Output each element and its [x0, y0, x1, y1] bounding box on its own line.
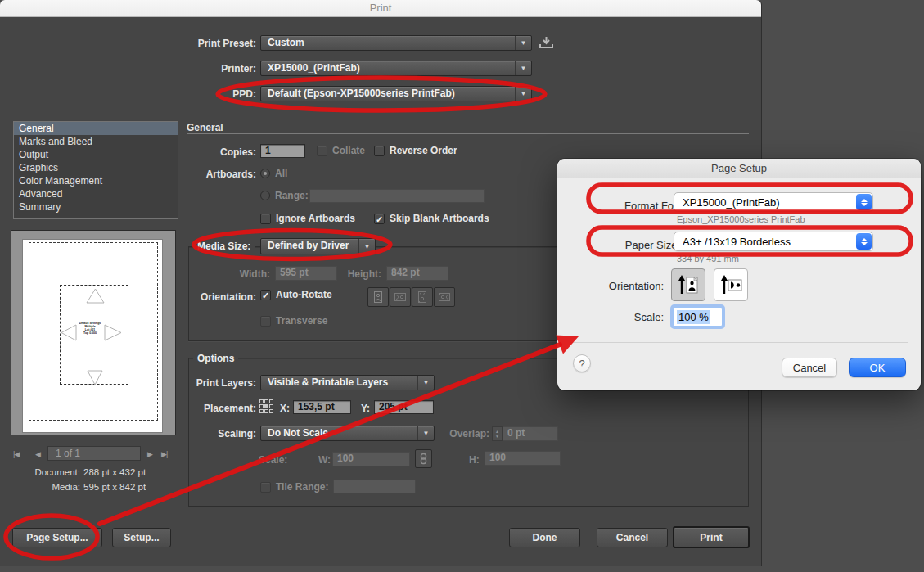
reverse-order-label: Reverse Order: [390, 145, 457, 156]
cancel-button[interactable]: Cancel: [597, 528, 668, 547]
sidebar-item-advanced[interactable]: Advanced: [14, 187, 178, 200]
chevron-down-icon: ▼: [515, 36, 531, 50]
range-label: Range:: [275, 190, 309, 201]
page-setup-titlebar[interactable]: Page Setup: [557, 159, 921, 178]
orientation-landscape-right-button: [434, 287, 455, 307]
auto-rotate-checkbox[interactable]: ✓ Auto-Rotate: [260, 289, 332, 300]
media-size-dropdown[interactable]: Defined by Driver ▼: [260, 238, 376, 254]
x-label: X:: [280, 403, 290, 414]
checkbox-icon[interactable]: [260, 214, 271, 224]
checkbox-icon: [260, 482, 271, 493]
paper-size-popup[interactable]: A3+ /13x19 Borderless: [674, 232, 873, 251]
print-layers-value: Visible & Printable Layers: [261, 376, 417, 390]
copies-input[interactable]: 1: [260, 144, 305, 158]
artboards-range-radio: Range:: [260, 190, 309, 201]
radio-icon: [260, 169, 270, 178]
done-button[interactable]: Done: [509, 528, 580, 547]
tile-range-checkbox: Tile Range:: [260, 481, 328, 493]
chevron-down-icon: ▼: [358, 239, 375, 254]
checkbox-icon: [317, 146, 327, 156]
skip-blank-artboards-checkbox[interactable]: ✓ Skip Blank Artboards: [374, 213, 489, 224]
artboards-label: Artboards:: [133, 169, 256, 180]
paper-size-label: Paper Size:: [577, 239, 680, 251]
scale-w-input: 100: [332, 452, 410, 466]
w-label: W:: [318, 454, 331, 466]
placement-reference-grid-icon[interactable]: [259, 399, 275, 415]
general-section-header: General: [187, 122, 223, 133]
ps-orientation-label: Orientation:: [577, 280, 664, 292]
document-value: 288 pt x 432 pt: [83, 467, 146, 477]
link-scale-icon: [415, 449, 432, 468]
checkbox-icon[interactable]: [374, 146, 385, 156]
scale-label: Scale:: [259, 454, 287, 466]
orientation-landscape-button[interactable]: [714, 268, 748, 301]
preview-center-label: Default Settings Multiple Lot #01 Top 0.…: [79, 322, 101, 335]
chevron-down-icon: ▼: [417, 376, 434, 390]
printer-label: Printer:: [82, 63, 256, 74]
ppd-dropdown[interactable]: Default (Epson-XP15000series PrintFab) ▼: [260, 86, 532, 101]
print-dialog-titlebar[interactable]: Print: [0, 0, 761, 17]
print-preset-dropdown[interactable]: Custom ▼: [260, 35, 532, 51]
scaling-dropdown[interactable]: Do Not Scale ▼: [260, 426, 435, 441]
page-setup-dialog: Page Setup Format For: XP15000_(PrintFab…: [557, 159, 921, 390]
pager-last-icon[interactable]: ▶|: [161, 450, 167, 458]
orientation-portrait-button[interactable]: [671, 268, 705, 301]
print-layers-dropdown[interactable]: Visible & Printable Layers ▼: [260, 375, 435, 390]
landscape-icon: [719, 273, 743, 296]
ps-scale-label: Scale:: [577, 311, 664, 323]
scale-h-input: 100: [485, 451, 561, 466]
save-preset-icon[interactable]: [539, 36, 554, 50]
pager-first-icon[interactable]: |◀: [13, 450, 19, 458]
ignore-artboards-label: Ignore Artboards: [276, 213, 355, 224]
options-legend: Options: [193, 353, 238, 364]
setup-button[interactable]: Setup...: [112, 528, 171, 547]
y-label: Y:: [361, 403, 370, 414]
checkbox-checked-icon[interactable]: ✓: [374, 214, 385, 224]
format-for-popup[interactable]: XP15000_(PrintFab): [674, 192, 873, 212]
collate-checkbox: Collate: [317, 145, 365, 156]
orientation-landscape-left-button: [390, 287, 411, 307]
overlap-input: 0 pt: [503, 426, 558, 441]
media-size-value: Defined by Driver: [261, 239, 358, 254]
height-input: 842 pt: [386, 266, 448, 281]
help-button[interactable]: ?: [573, 354, 591, 372]
pager-field[interactable]: 1 of 1: [47, 446, 141, 461]
screen: Print Print Preset: Custom ▼ Printer: XP…: [0, 0, 924, 572]
pager-next-icon[interactable]: ▶: [147, 450, 152, 458]
artboards-all-radio: All: [260, 168, 287, 179]
tile-range-input: [333, 480, 416, 493]
print-dialog-title: Print: [370, 2, 392, 14]
page-setup-button[interactable]: Page Setup...: [12, 528, 102, 547]
tile-range-label: Tile Range:: [276, 481, 328, 493]
checkbox-icon: [260, 316, 271, 327]
ppd-value: Default (Epson-XP15000series PrintFab): [261, 87, 515, 101]
reverse-order-checkbox[interactable]: Reverse Order: [374, 145, 457, 156]
range-input: [309, 189, 485, 203]
ignore-artboards-checkbox[interactable]: Ignore Artboards: [260, 213, 355, 224]
media-label: Media:: [16, 482, 80, 492]
ps-ok-button[interactable]: OK: [849, 358, 906, 377]
preview-direction-arrows: [23, 240, 162, 432]
x-input[interactable]: 153,5 pt: [293, 400, 351, 414]
chevron-down-icon: ▼: [515, 61, 531, 75]
checkbox-checked-icon[interactable]: ✓: [260, 290, 271, 300]
portrait-icon: [676, 273, 701, 296]
format-for-subtext: Epson_XP15000series PrintFab: [677, 214, 805, 224]
print-button[interactable]: Print: [673, 526, 750, 548]
sidebar-item-summary[interactable]: Summary: [14, 200, 178, 214]
document-size-line: Document: 288 pt x 432 pt: [16, 467, 162, 477]
ps-scale-input[interactable]: 100 %: [673, 307, 723, 327]
format-for-value: XP15000_(PrintFab): [674, 196, 856, 209]
sidebar-item-general[interactable]: General: [14, 122, 178, 135]
chevron-down-icon: ▼: [515, 87, 531, 101]
paper-size-value: A3+ /13x19 Borderless: [674, 236, 856, 248]
y-input[interactable]: 205 pt: [374, 400, 434, 414]
width-label: Width:: [205, 268, 270, 280]
print-preset-value: Custom: [261, 36, 515, 50]
copies-label: Copies:: [133, 146, 256, 158]
pager-prev-icon[interactable]: ◀: [35, 450, 40, 458]
ps-cancel-button[interactable]: Cancel: [782, 358, 837, 377]
ppd-label: PPD:: [82, 88, 256, 100]
printer-dropdown[interactable]: XP15000_(PrintFab) ▼: [260, 61, 532, 76]
height-label: Height:: [319, 268, 381, 280]
